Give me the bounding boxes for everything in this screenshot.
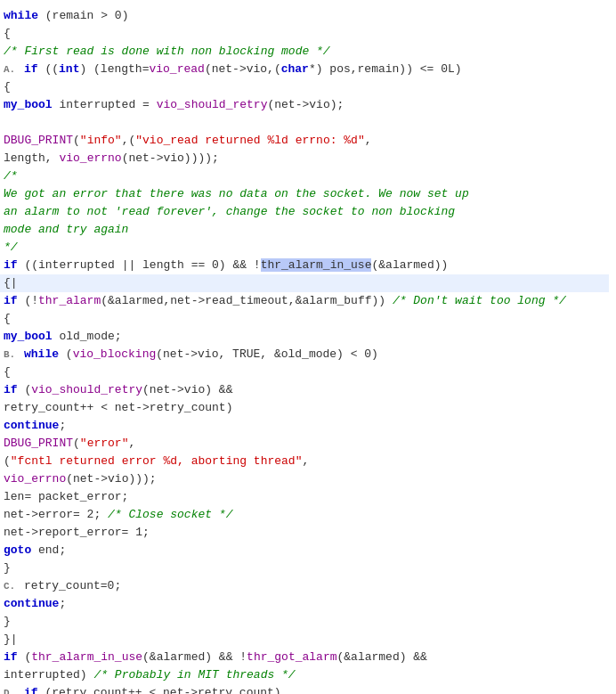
code-line-13: mode and try again xyxy=(0,221,609,239)
code-line-3: /* First read is done with non blocking … xyxy=(0,43,609,61)
code-line-20: B. while (vio_blocking(net->vio, TRUE, &… xyxy=(0,346,609,363)
code-line-2: { xyxy=(0,25,609,43)
code-line-38: interrupted) /* Probably in MIT threads … xyxy=(0,666,609,684)
code-line-31: goto end; xyxy=(0,542,609,559)
code-line-14: */ xyxy=(0,239,609,257)
code-line-16: {| xyxy=(0,274,609,292)
code-line-30: net->report_error= 1; xyxy=(0,524,609,542)
code-line-34: continue; xyxy=(0,595,609,613)
code-line-12: an alarm to not 'read forever', change t… xyxy=(0,203,609,221)
code-line-18: { xyxy=(0,310,609,328)
code-line-26: ("fcntl returned error %d, aborting thre… xyxy=(0,453,609,470)
code-line-36: }| xyxy=(0,631,609,649)
code-line-7 xyxy=(0,114,609,132)
code-line-33: C. retry_count=0; xyxy=(0,577,609,595)
code-line-9: length, vio_errno(net->vio)))); xyxy=(0,150,609,167)
code-line-24: continue; xyxy=(0,417,609,435)
code-line-27: vio_errno(net->vio))); xyxy=(0,470,609,488)
code-line-17: if (!thr_alarm(&alarmed,net->read_timeou… xyxy=(0,292,609,310)
code-line-4: A. if ((int) (length=vio_read(net->vio,(… xyxy=(0,61,609,78)
code-line-25: DBUG_PRINT("error", xyxy=(0,435,609,453)
code-line-1: while (remain > 0) xyxy=(0,7,609,25)
code-line-23: retry_count++ < net->retry_count) xyxy=(0,399,609,417)
code-line-28: len= packet_error; xyxy=(0,488,609,506)
label-b: B. xyxy=(4,349,15,360)
code-container: while (remain > 0) { /* First read is do… xyxy=(0,0,616,694)
label-a: A. xyxy=(4,64,15,75)
code-line-22: if (vio_should_retry(net->vio) && xyxy=(0,381,609,399)
code-line-8: DBUG_PRINT("info",("vio_read returned %l… xyxy=(0,132,609,150)
code-line-35: } xyxy=(0,613,609,631)
code-line-19: my_bool old_mode; xyxy=(0,328,609,346)
code-line-11: We got an error that there was no data o… xyxy=(0,185,609,203)
code-line-10: /* xyxy=(0,167,609,185)
label-d: D. xyxy=(4,688,15,694)
code-line-29: net->error= 2; /* Close socket */ xyxy=(0,506,609,524)
code-line-37: if (thr_alarm_in_use(&alarmed) && !thr_g… xyxy=(0,649,609,666)
code-line-5: { xyxy=(0,78,609,96)
code-line-39: D. if (retry_count++ < net->retry_count) xyxy=(0,684,609,694)
code-line-15: if ((interrupted || length == 0) && !thr… xyxy=(0,257,609,274)
label-c: C. xyxy=(4,581,15,592)
code-block: while (remain > 0) { /* First read is do… xyxy=(0,7,616,694)
code-line-32: } xyxy=(0,559,609,577)
code-line-21: { xyxy=(0,363,609,381)
code-line-6: my_bool interrupted = vio_should_retry(n… xyxy=(0,96,609,114)
